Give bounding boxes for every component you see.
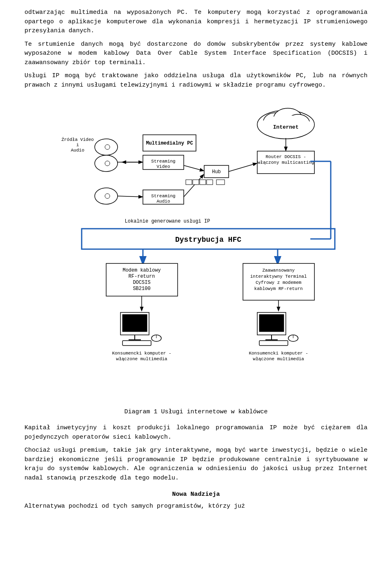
svg-point-26	[105, 145, 110, 149]
svg-text:włączone multimedia: włączone multimedia	[253, 357, 304, 361]
svg-text:DOCSIS: DOCSIS	[133, 280, 150, 285]
paragraph-4: Kapitał inwetycyjny i koszt produkcji lo…	[24, 424, 368, 442]
svg-rect-39	[216, 180, 225, 185]
paragraph-2: Te srtumienie danych mogą być dostarczon…	[24, 40, 368, 68]
svg-rect-38	[207, 180, 213, 185]
diagram-caption: Diagram 1 Usługi internetowe w kablówce	[24, 408, 368, 415]
svg-text:SB2100: SB2100	[133, 286, 150, 292]
svg-text:Hub: Hub	[212, 169, 221, 175]
diagram-svg: Internet Router DOCSIS - włączony multic…	[41, 102, 351, 396]
svg-text:Internet: Internet	[273, 124, 298, 130]
svg-line-32	[118, 196, 142, 197]
paragraph-1: odtwarzając multimedia na wyposażonych P…	[24, 8, 368, 36]
svg-text:Video: Video	[156, 164, 170, 169]
svg-text:Cyfrowy z modemem: Cyfrowy z modemem	[256, 280, 302, 285]
svg-text:Konsumencki komputer -: Konsumencki komputer -	[112, 351, 171, 356]
svg-rect-68	[259, 314, 284, 332]
svg-text:Konsumencki komputer -: Konsumencki komputer -	[249, 351, 308, 356]
paragraph-5: Chociaż usługi premium, takie jak gry in…	[24, 446, 368, 483]
svg-text:Streaming: Streaming	[151, 159, 175, 164]
paragraph-6: Alternatywa pochodzi od tych samych prog…	[24, 502, 368, 511]
svg-rect-61	[122, 314, 147, 332]
svg-text:Router DOCSIS -: Router DOCSIS -	[265, 154, 306, 159]
svg-text:i: i	[76, 143, 79, 147]
paragraph-3: Usługi IP mogą być traktowane jako oddzi…	[24, 71, 368, 90]
svg-text:włączone multimedia: włączone multimedia	[116, 357, 167, 361]
svg-rect-35	[186, 180, 192, 185]
svg-line-33	[184, 165, 203, 171]
svg-text:Multimedialny PC: Multimedialny PC	[146, 140, 193, 146]
svg-text:Audio: Audio	[156, 199, 170, 204]
svg-text:Lokalnie generowane usługi IP: Lokalnie generowane usługi IP	[125, 219, 210, 224]
diagram-container: Internet Router DOCSIS - włączony multic…	[24, 102, 368, 396]
svg-rect-71	[259, 341, 288, 346]
svg-rect-36	[193, 180, 199, 185]
svg-text:kablowym RF-return: kablowym RF-return	[254, 286, 303, 291]
svg-text:Audio: Audio	[71, 148, 84, 153]
svg-point-28	[105, 161, 110, 166]
svg-text:Dystrybucja HFC: Dystrybucja HFC	[175, 236, 241, 244]
svg-line-34	[184, 175, 203, 197]
svg-line-40	[229, 163, 256, 172]
svg-rect-64	[122, 341, 151, 346]
svg-text:interaktywny Terminal: interaktywny Terminal	[250, 274, 307, 279]
svg-text:Źródła Video: Źródła Video	[61, 137, 94, 142]
svg-point-30	[105, 194, 110, 198]
svg-text:RF-return: RF-return	[129, 274, 155, 279]
svg-rect-37	[200, 180, 206, 185]
svg-text:Streaming: Streaming	[151, 194, 175, 198]
svg-text:Zaawansowany: Zaawansowany	[262, 268, 295, 273]
section-heading: Nowa Nadzieja	[24, 491, 368, 498]
svg-text:włączony multicasting: włączony multicasting	[258, 160, 314, 165]
svg-text:Modem kablowy: Modem kablowy	[122, 268, 161, 273]
